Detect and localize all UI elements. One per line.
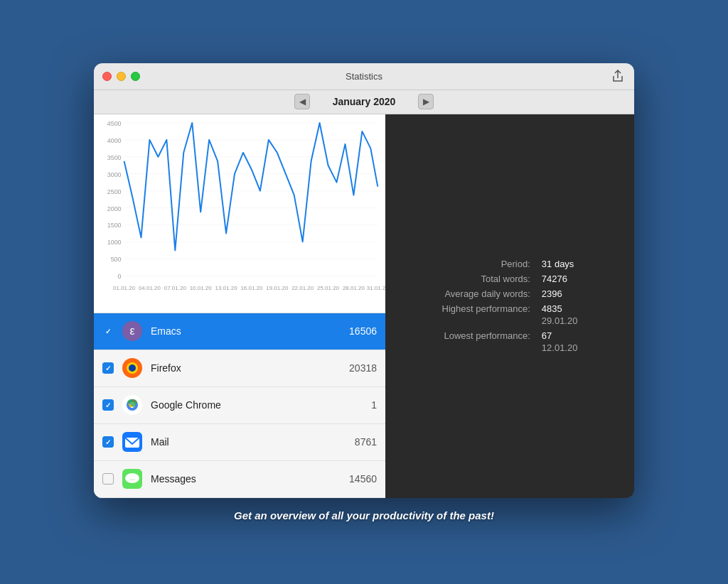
svg-text:07.01.20: 07.01.20 xyxy=(164,285,187,291)
app-row[interactable]: Mail8761 xyxy=(94,424,385,461)
app-icon xyxy=(121,431,144,453)
app-icon: ... xyxy=(121,467,144,490)
app-name: Emacs xyxy=(151,325,334,337)
app-icon xyxy=(121,394,144,416)
window-title: Statistics xyxy=(346,71,382,82)
svg-point-35 xyxy=(129,364,136,372)
app-checkbox[interactable] xyxy=(102,399,114,411)
svg-text:01.01.20: 01.01.20 xyxy=(113,285,136,291)
svg-text:2000: 2000 xyxy=(107,205,122,212)
app-checkbox[interactable] xyxy=(102,325,114,337)
app-count: 16506 xyxy=(341,325,377,337)
app-icon xyxy=(121,357,144,379)
svg-text:1000: 1000 xyxy=(107,239,122,246)
title-bar: Statistics xyxy=(94,63,634,90)
app-checkbox[interactable] xyxy=(102,362,114,374)
svg-text:3000: 3000 xyxy=(107,171,122,178)
stats-table: Period: 31 days Total words: 74276 Avera… xyxy=(405,259,614,353)
svg-text:10.01.20: 10.01.20 xyxy=(190,285,213,291)
period-value: 31 days xyxy=(542,259,614,269)
app-name: Firefox xyxy=(151,362,334,374)
app-row[interactable]: Google Chrome1 xyxy=(94,387,385,424)
svg-text:4500: 4500 xyxy=(107,119,122,126)
chart-line xyxy=(124,122,378,249)
app-checkbox[interactable] xyxy=(102,473,114,485)
lowest-value: 67 xyxy=(542,330,614,341)
avg-daily-value: 2396 xyxy=(542,288,614,299)
caption: Get an overview of all your productivity… xyxy=(234,509,494,521)
close-button[interactable] xyxy=(102,72,112,81)
svg-text:3500: 3500 xyxy=(107,153,122,161)
svg-text:04.01.20: 04.01.20 xyxy=(139,285,161,291)
nav-bar: ◀ January 2020 ▶ xyxy=(94,90,634,114)
svg-text:25.01.20: 25.01.20 xyxy=(317,285,340,291)
share-button[interactable] xyxy=(610,68,626,84)
svg-text:13.01.20: 13.01.20 xyxy=(215,285,238,291)
main-content: 4500 4000 3500 3000 2500 2000 1500 1000 … xyxy=(94,114,634,498)
next-month-button[interactable]: ▶ xyxy=(418,94,434,109)
svg-text:0: 0 xyxy=(118,273,122,280)
app-row[interactable]: εEmacs16506 xyxy=(94,313,385,350)
app-checkbox[interactable] xyxy=(102,436,114,448)
app-row[interactable]: Firefox20318 xyxy=(94,350,385,387)
app-count: 1 xyxy=(341,399,377,411)
period-label: Period: xyxy=(405,259,530,269)
total-words-value: 74276 xyxy=(542,274,614,284)
app-count: 8761 xyxy=(341,436,377,448)
svg-text:22.01.20: 22.01.20 xyxy=(291,285,314,291)
right-panel: Period: 31 days Total words: 74276 Avera… xyxy=(385,114,634,498)
outer-wrapper: Statistics ◀ January 2020 ▶ xyxy=(94,63,634,521)
highest-label: Highest performance: xyxy=(405,303,530,314)
svg-text:1500: 1500 xyxy=(107,222,122,229)
current-month: January 2020 xyxy=(321,96,407,107)
highest-date: 29.01.20 xyxy=(542,315,614,326)
lowest-label: Lowest performance: xyxy=(405,330,530,341)
svg-text:19.01.20: 19.01.20 xyxy=(266,285,289,291)
app-name: Messages xyxy=(151,473,334,485)
svg-text:16.01.20: 16.01.20 xyxy=(240,285,263,291)
prev-month-button[interactable]: ◀ xyxy=(294,94,310,109)
window: Statistics ◀ January 2020 ▶ xyxy=(94,63,634,498)
svg-text:500: 500 xyxy=(111,256,122,263)
app-count: 14560 xyxy=(341,473,377,485)
app-name: Mail xyxy=(151,436,334,448)
app-count: 20318 xyxy=(341,362,377,374)
app-row[interactable]: ...Messages14560 xyxy=(94,461,385,498)
app-icon: ε xyxy=(121,320,144,342)
left-panel: 4500 4000 3500 3000 2500 2000 1500 1000 … xyxy=(94,114,385,498)
app-name: Google Chrome xyxy=(151,399,334,411)
highest-value: 4835 xyxy=(542,303,614,314)
chart-svg: 4500 4000 3500 3000 2500 2000 1500 1000 … xyxy=(94,114,385,313)
chart-area: 4500 4000 3500 3000 2500 2000 1500 1000 … xyxy=(94,114,385,313)
svg-text:2500: 2500 xyxy=(107,188,122,195)
svg-text:ε: ε xyxy=(129,325,134,337)
lowest-date: 12.01.20 xyxy=(542,342,614,353)
total-words-label: Total words: xyxy=(405,274,530,284)
app-list[interactable]: εEmacs16506Firefox20318Google Chrome1Mai… xyxy=(94,313,385,498)
avg-daily-label: Average daily words: xyxy=(405,288,530,299)
maximize-button[interactable] xyxy=(131,72,140,81)
svg-text:28.01.20: 28.01.20 xyxy=(343,285,365,291)
traffic-lights xyxy=(102,72,140,81)
svg-text:...: ... xyxy=(129,474,135,482)
svg-text:4000: 4000 xyxy=(107,136,122,144)
svg-text:31.01.20: 31.01.20 xyxy=(367,285,385,291)
minimize-button[interactable] xyxy=(117,72,126,81)
